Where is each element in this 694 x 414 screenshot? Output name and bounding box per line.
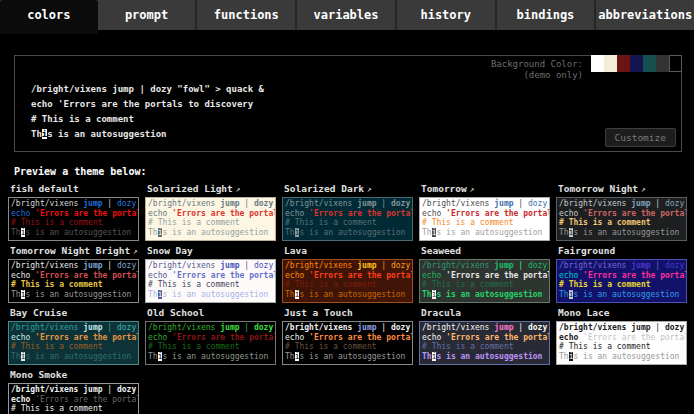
theme-title-lava: Lava bbox=[284, 245, 413, 257]
theme-name-label: Mono Lace bbox=[558, 307, 609, 318]
sample-line: echo 'Errors are the portals to discover… bbox=[285, 333, 410, 343]
theme-card-solarized-dark[interactable]: /bright/vixens jump | dozy "fowl" > quac… bbox=[282, 197, 413, 241]
sample-line: /bright/vixens jump | dozy "fowl" > quac… bbox=[559, 261, 684, 271]
theme-title-tomorrow-night-bright[interactable]: Tomorrow Night Bright↗ bbox=[10, 245, 139, 257]
sample-line: /bright/vixens jump | dozy "fowl" > quac… bbox=[285, 261, 410, 271]
sample-line: This is an autosuggestion bbox=[285, 290, 410, 300]
bg-swatch-7[interactable] bbox=[669, 55, 682, 72]
sample-line: This is an autosuggestion bbox=[422, 290, 547, 300]
sample-line: # This is a comment bbox=[559, 218, 684, 228]
demo-only-label: (demo only) bbox=[491, 70, 583, 81]
bg-swatch-2[interactable] bbox=[604, 55, 617, 72]
bg-swatch-4[interactable] bbox=[630, 55, 643, 72]
sample-line: # This is a comment bbox=[148, 218, 273, 228]
terminal-preview-panel: Background Color: (demo only) /bright/vi… bbox=[14, 55, 682, 152]
theme-title-mono-smoke: Mono Smoke bbox=[10, 369, 139, 381]
tab-bindings[interactable]: bindings bbox=[497, 0, 597, 30]
theme-card-mono-smoke[interactable]: /bright/vixens jump | dozy "fowl" > quac… bbox=[8, 383, 139, 414]
external-link-icon[interactable]: ↗ bbox=[367, 185, 372, 194]
theme-cell-tomorrow-night-bright: Tomorrow Night Bright↗/bright/vixens jum… bbox=[8, 244, 139, 303]
theme-name-label: Snow Day bbox=[147, 245, 193, 256]
external-link-icon[interactable]: ↗ bbox=[236, 185, 241, 194]
theme-title-solarized-light[interactable]: Solarized Light↗ bbox=[147, 183, 276, 195]
theme-name-label: Bay Cruise bbox=[10, 307, 67, 318]
background-color-swatches bbox=[591, 55, 682, 72]
tab-colors[interactable]: colors bbox=[0, 0, 98, 34]
theme-card-mono-lace[interactable]: /bright/vixens jump | dozy "fowl" > quac… bbox=[556, 321, 687, 365]
theme-title-just-a-touch: Just a Touch bbox=[284, 307, 413, 319]
sample-line: echo 'Errors are the portals to discover… bbox=[31, 97, 264, 112]
sample-line: # This is a comment bbox=[422, 280, 547, 290]
bg-swatch-3[interactable] bbox=[617, 55, 630, 72]
sample-line: This is an autosuggestion bbox=[285, 352, 410, 362]
theme-name-label: Solarized Light bbox=[147, 183, 233, 194]
bg-swatch-5[interactable] bbox=[643, 55, 656, 72]
theme-title-tomorrow[interactable]: Tomorrow↗ bbox=[421, 183, 550, 195]
theme-card-tomorrow-night[interactable]: /bright/vixens jump | dozy "fowl" > quac… bbox=[556, 197, 687, 241]
sample-line: /bright/vixens jump | dozy "fowl" > quac… bbox=[559, 323, 684, 333]
theme-card-tomorrow-night-bright[interactable]: /bright/vixens jump | dozy "fowl" > quac… bbox=[8, 259, 139, 303]
tab-history[interactable]: history bbox=[397, 0, 497, 30]
sample-line: /bright/vixens jump | dozy "fowl" > quac… bbox=[148, 323, 273, 333]
tab-variables[interactable]: variables bbox=[297, 0, 397, 30]
theme-title-tomorrow-night[interactable]: Tomorrow Night↗ bbox=[558, 183, 687, 195]
theme-card-fairground[interactable]: /bright/vixens jump | dozy "fowl" > quac… bbox=[556, 259, 687, 303]
theme-cell-snow-day: Snow Day/bright/vixens jump | dozy "fowl… bbox=[145, 244, 276, 303]
sample-line: This is an autosuggestion bbox=[11, 290, 136, 300]
sample-line: This is an autosuggestion bbox=[422, 352, 547, 362]
theme-card-just-a-touch[interactable]: /bright/vixens jump | dozy "fowl" > quac… bbox=[282, 321, 413, 365]
theme-card-lava[interactable]: /bright/vixens jump | dozy "fowl" > quac… bbox=[282, 259, 413, 303]
sample-line: This is an autosuggestion bbox=[559, 228, 684, 238]
theme-card-tomorrow[interactable]: /bright/vixens jump | dozy "fowl" > quac… bbox=[419, 197, 550, 241]
external-link-icon[interactable]: ↗ bbox=[470, 185, 475, 194]
sample-line: This is an autosuggestion bbox=[11, 228, 136, 238]
theme-title-solarized-dark[interactable]: Solarized Dark↗ bbox=[284, 183, 413, 195]
sample-line: echo 'Errors are the portals to discover… bbox=[422, 209, 547, 219]
sample-line: echo 'Errors are the portals to discover… bbox=[422, 271, 547, 281]
theme-card-seaweed[interactable]: /bright/vixens jump | dozy "fowl" > quac… bbox=[419, 259, 550, 303]
sample-line: echo 'Errors are the portals to discover… bbox=[148, 333, 273, 343]
sample-line: # This is a comment bbox=[11, 218, 136, 228]
background-color-label: Background Color: (demo only) bbox=[491, 59, 583, 81]
theme-cell-solarized-light: Solarized Light↗/bright/vixens jump | do… bbox=[145, 182, 276, 241]
theme-card-old-school[interactable]: /bright/vixens jump | dozy "fowl" > quac… bbox=[145, 321, 276, 365]
theme-name-label: Seaweed bbox=[421, 245, 461, 256]
tab-prompt[interactable]: prompt bbox=[98, 0, 198, 30]
tab-functions[interactable]: functions bbox=[197, 0, 297, 30]
bg-swatch-6[interactable] bbox=[656, 55, 669, 72]
theme-card-bay-cruise[interactable]: /bright/vixens jump | dozy "fowl" > quac… bbox=[8, 321, 139, 365]
theme-title-mono-lace: Mono Lace bbox=[558, 307, 687, 319]
sample-line: # This is a comment bbox=[285, 280, 410, 290]
sample-line: This is an autosuggestion bbox=[31, 127, 264, 142]
sample-line: /bright/vixens jump | dozy "fowl" > quac… bbox=[31, 82, 264, 97]
sample-line: This is an autosuggestion bbox=[559, 290, 684, 300]
tab-abbreviations[interactable]: abbreviations bbox=[596, 0, 694, 30]
external-link-icon[interactable]: ↗ bbox=[133, 247, 138, 256]
theme-card-solarized-light[interactable]: /bright/vixens jump | dozy "fowl" > quac… bbox=[145, 197, 276, 241]
theme-title-bay-cruise: Bay Cruise bbox=[10, 307, 139, 319]
theme-cell-tomorrow: Tomorrow↗/bright/vixens jump | dozy "fow… bbox=[419, 182, 550, 241]
theme-name-label: Solarized Dark bbox=[284, 183, 364, 194]
bg-swatch-1[interactable] bbox=[591, 55, 604, 72]
sample-line: /bright/vixens jump | dozy "fowl" > quac… bbox=[11, 323, 136, 333]
sample-line: echo 'Errors are the portals to discover… bbox=[148, 271, 273, 281]
theme-title-fish-default: fish default bbox=[10, 183, 139, 195]
theme-name-label: fish default bbox=[10, 183, 79, 194]
sample-line: echo 'Errors are the portals to discover… bbox=[422, 333, 547, 343]
sample-line: /bright/vixens jump | dozy "fowl" > quac… bbox=[11, 199, 136, 209]
sample-line: echo 'Errors are the portals to discover… bbox=[11, 333, 136, 343]
sample-line: /bright/vixens jump | dozy "fowl" > quac… bbox=[285, 323, 410, 333]
external-link-icon[interactable]: ↗ bbox=[641, 185, 646, 194]
theme-name-label: Tomorrow Night Bright bbox=[10, 245, 130, 256]
theme-cell-mono-lace: Mono Lace/bright/vixens jump | dozy "fow… bbox=[556, 306, 687, 365]
theme-card-snow-day[interactable]: /bright/vixens jump | dozy "fowl" > quac… bbox=[145, 259, 276, 303]
sample-line: This is an autosuggestion bbox=[285, 228, 410, 238]
customize-button[interactable]: Customize bbox=[605, 128, 676, 147]
theme-card-fish-default[interactable]: /bright/vixens jump | dozy "fowl" > quac… bbox=[8, 197, 139, 241]
sample-line: echo 'Errors are the portals to discover… bbox=[559, 333, 684, 343]
sample-line: # This is a comment bbox=[285, 342, 410, 352]
sample-line: # This is a comment bbox=[11, 404, 136, 414]
theme-title-dracula: Dracula bbox=[421, 307, 550, 319]
sample-line: # This is a comment bbox=[422, 342, 547, 352]
theme-card-dracula[interactable]: /bright/vixens jump | dozy "fowl" > quac… bbox=[419, 321, 550, 365]
